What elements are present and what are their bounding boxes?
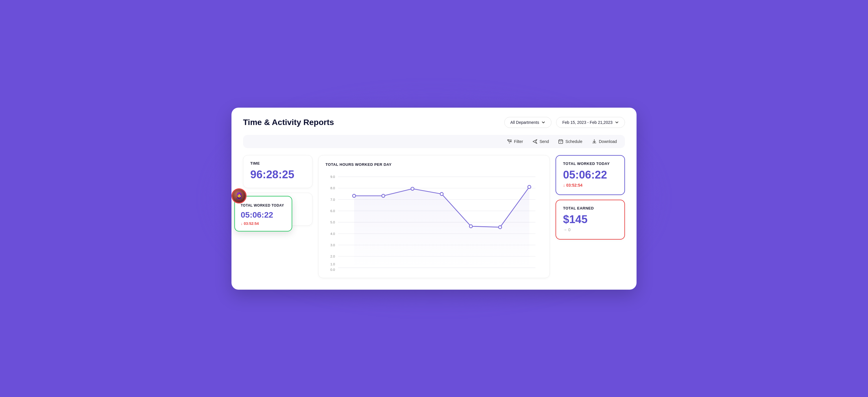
svg-text:6.0: 6.0 (331, 209, 335, 213)
chart-area: TOTAL HOURS WORKED PER DAY 9.0 8.0 7.0 6… (318, 155, 550, 278)
send-icon (532, 139, 537, 144)
svg-text:9.0: 9.0 (331, 175, 335, 179)
svg-text:3.0: 3.0 (331, 243, 335, 247)
avatar-image: 🧕 (232, 189, 246, 203)
svg-text:7.0: 7.0 (331, 197, 335, 201)
svg-point-23 (352, 194, 355, 197)
popup-card: 🧕 TOTAL WORKED TODAY 05:06:22 ↓ 03:52:54 (235, 196, 292, 232)
total-worked-value: 05:06:22 (563, 169, 617, 181)
total-worked-label: TOTAL WORKED TODAY (563, 161, 617, 166)
svg-text:1.0: 1.0 (331, 262, 335, 266)
line-chart-svg: 9.0 8.0 7.0 6.0 5.0 4.0 3.0 2.0 1.0 0.0 (326, 173, 542, 271)
chart-title: TOTAL HOURS WORKED PER DAY (326, 162, 542, 167)
total-earned-label: TOTAL EARNED (563, 206, 617, 210)
svg-point-3 (560, 142, 561, 143)
left-stats-wrapper: TIME 96:28:25 AVG ACTIVITY 91% 🧕 TOTAL W… (243, 155, 312, 226)
total-earned-card: TOTAL EARNED $145 → 0 (556, 200, 625, 240)
svg-point-1 (510, 141, 511, 142)
right-stats: TOTAL WORKED TODAY 05:06:22 ↓ 03:52:54 T… (556, 155, 625, 240)
total-earned-sub: → 0 (563, 227, 617, 232)
date-range-dropdown[interactable]: Feb 15, 2023 - Feb 21,2023 (556, 117, 625, 128)
popup-value: 05:06:22 (241, 210, 286, 220)
svg-text:5.0: 5.0 (331, 220, 335, 224)
total-earned-value: $145 (563, 213, 617, 226)
time-value: 96:28:25 (250, 169, 305, 181)
total-worked-card: TOTAL WORKED TODAY 05:06:22 ↓ 03:52:54 (556, 155, 625, 195)
department-dropdown[interactable]: All Departments (504, 117, 552, 128)
page-header: Time & Activity Reports All Departments … (243, 117, 625, 128)
download-button[interactable]: Download (592, 139, 617, 144)
svg-text:8.0: 8.0 (331, 186, 335, 190)
chart-container: 9.0 8.0 7.0 6.0 5.0 4.0 3.0 2.0 1.0 0.0 (326, 173, 542, 271)
svg-text:2.0: 2.0 (331, 254, 335, 258)
svg-point-24 (382, 194, 385, 197)
total-worked-sub: ↓ 03:52:54 (563, 183, 617, 187)
svg-text:4.0: 4.0 (331, 232, 335, 235)
svg-text:0.0: 0.0 (331, 268, 335, 271)
filter-button[interactable]: Filter (507, 139, 523, 144)
svg-point-26 (440, 192, 443, 195)
time-card: TIME 96:28:25 (243, 155, 312, 188)
avatar: 🧕 (231, 188, 247, 204)
schedule-icon (558, 139, 563, 144)
toolbar: Filter Send Schedule Down (243, 135, 625, 148)
time-label: TIME (250, 161, 305, 165)
schedule-button[interactable]: Schedule (558, 139, 582, 144)
content-area: TIME 96:28:25 AVG ACTIVITY 91% 🧕 TOTAL W… (243, 155, 625, 278)
download-icon (592, 139, 597, 144)
header-controls: All Departments Feb 15, 2023 - Feb 21,20… (504, 117, 625, 128)
svg-point-27 (469, 224, 472, 228)
send-button[interactable]: Send (532, 139, 549, 144)
svg-point-28 (498, 225, 502, 228)
svg-rect-2 (559, 140, 563, 144)
chevron-down-icon (615, 120, 619, 124)
svg-point-25 (411, 187, 414, 190)
popup-sub: ↓ 03:52:54 (241, 221, 286, 226)
svg-point-29 (528, 185, 531, 188)
popup-label: TOTAL WORKED TODAY (241, 204, 286, 208)
chevron-down-icon (541, 120, 546, 124)
filter-icon (507, 139, 512, 144)
page-title: Time & Activity Reports (243, 118, 334, 127)
